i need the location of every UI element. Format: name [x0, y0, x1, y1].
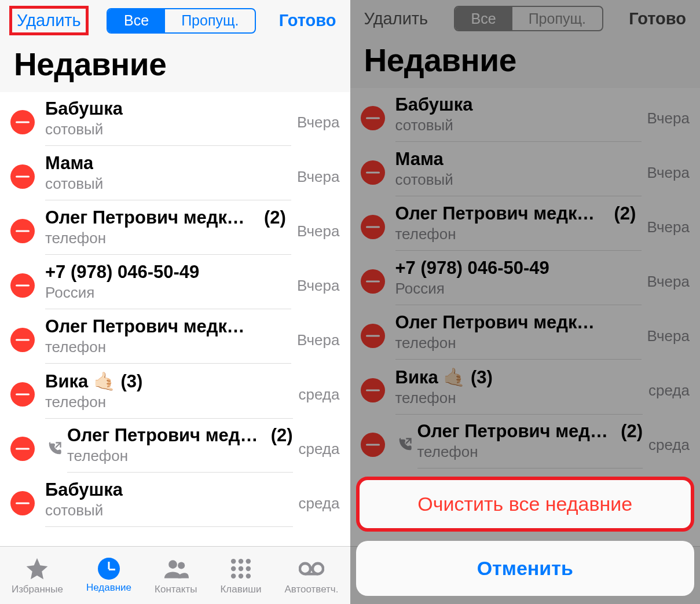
- call-row[interactable]: Олег Петрович медкомисс…телефонВчера: [350, 306, 701, 360]
- contact-name: Вика 🤙🏻 (3): [45, 371, 142, 392]
- delete-row-icon[interactable]: [361, 378, 385, 402]
- call-row[interactable]: Олег Петрович медком…(2)телефонсреда: [350, 415, 701, 469]
- delete-row-icon[interactable]: [361, 269, 385, 294]
- call-count: (2): [271, 425, 293, 446]
- row-main: Бабушкасотовый: [45, 98, 291, 146]
- call-row[interactable]: Олег Петрович медком…(2)телефонсреда: [0, 419, 350, 473]
- row-main: +7 (978) 046-50-49Россия: [395, 258, 642, 305]
- contact-name: Бабушка: [45, 98, 123, 119]
- call-time: Вчера: [647, 218, 690, 236]
- call-row[interactable]: МамасотовыйВчера: [350, 142, 701, 197]
- row-main: Вика 🤙🏻 (3)телефон: [395, 367, 643, 415]
- row-main: Олег Петрович медкомисс…телефон: [395, 312, 642, 360]
- contact-name: Олег Петрович медком…: [67, 425, 261, 446]
- delete-row-icon[interactable]: [10, 219, 35, 243]
- delete-row-icon[interactable]: [361, 215, 385, 239]
- call-row[interactable]: Олег Петрович медком…(2)телефонВчера: [0, 201, 350, 255]
- call-row[interactable]: Вика 🤙🏻 (3)телефонсреда: [0, 364, 350, 419]
- call-row[interactable]: БабушкасотовыйВчера: [350, 88, 701, 142]
- call-row[interactable]: +7 (978) 046-50-49РоссияВчера: [350, 251, 701, 306]
- svg-point-0: [168, 560, 177, 569]
- call-row[interactable]: Вика 🤙🏻 (3)телефонсреда: [350, 360, 701, 415]
- delete-button[interactable]: Удалить: [9, 6, 89, 35]
- svg-point-11: [300, 563, 310, 573]
- row-main: Олег Петрович медком…(2)телефон: [67, 425, 293, 473]
- contact-name: Олег Петрович медком…: [45, 207, 254, 228]
- row-main: Вика 🤙🏻 (3)телефон: [45, 371, 293, 419]
- segmented-control[interactable]: Все Пропущ.: [454, 6, 603, 31]
- tab-recents[interactable]: Недавние: [86, 558, 131, 594]
- page-title: Недавние: [0, 35, 350, 92]
- segment-all[interactable]: Все: [108, 9, 165, 32]
- svg-point-3: [239, 558, 243, 563]
- delete-row-icon[interactable]: [10, 164, 35, 189]
- call-type-label: телефон: [45, 338, 291, 356]
- contact-name: Мама: [395, 149, 444, 170]
- call-type-label: телефон: [395, 389, 643, 407]
- call-time: среда: [648, 436, 690, 454]
- call-time: Вчера: [647, 327, 690, 345]
- tab-label: Избранные: [12, 584, 63, 595]
- delete-row-icon[interactable]: [361, 433, 385, 457]
- call-time: Вчера: [297, 168, 339, 186]
- svg-point-8: [231, 573, 236, 578]
- svg-point-12: [313, 563, 323, 573]
- call-type-label: телефон: [395, 225, 642, 243]
- call-time: среда: [299, 386, 340, 404]
- call-row[interactable]: Олег Петрович медкомисс…телефонВчера: [0, 310, 350, 364]
- tab-voicemail[interactable]: Автоответч.: [284, 556, 338, 595]
- voicemail-icon: [299, 556, 324, 581]
- delete-row-icon[interactable]: [10, 382, 35, 407]
- segment-missed[interactable]: Пропущ.: [165, 9, 255, 32]
- clock-icon: [98, 558, 120, 580]
- delete-row-icon[interactable]: [361, 106, 385, 130]
- delete-row-icon[interactable]: [10, 491, 35, 515]
- contact-name: Мама: [45, 153, 93, 174]
- call-type-label: телефон: [45, 393, 293, 411]
- done-button[interactable]: Готово: [274, 9, 341, 32]
- delete-row-icon[interactable]: [10, 110, 35, 134]
- delete-row-icon[interactable]: [10, 273, 35, 298]
- delete-row-icon[interactable]: [361, 324, 385, 348]
- call-time: Вчера: [647, 164, 690, 182]
- call-count: (2): [621, 421, 643, 442]
- action-sheet: Очистить все недавние Отменить: [356, 477, 695, 596]
- done-button[interactable]: Готово: [624, 7, 691, 31]
- segment-missed[interactable]: Пропущ.: [512, 7, 602, 30]
- call-time: Вчера: [297, 114, 339, 131]
- page-title: Недавние: [350, 31, 701, 88]
- row-main: Олег Петрович медком…(2)телефон: [395, 203, 642, 251]
- clear-all-recents-button[interactable]: Очистить все недавние: [356, 477, 695, 532]
- call-type-label: телефон: [417, 443, 643, 461]
- delete-row-icon[interactable]: [10, 437, 35, 461]
- delete-button[interactable]: Удалить: [360, 7, 433, 31]
- call-row[interactable]: Бабушкасотовыйсреда: [0, 473, 350, 528]
- call-row[interactable]: Олег Петрович медком…(2)телефонВчера: [350, 197, 701, 251]
- delete-row-icon[interactable]: [361, 160, 385, 185]
- segmented-control[interactable]: Все Пропущ.: [107, 8, 256, 34]
- call-time: среда: [299, 495, 340, 513]
- outgoing-call-icon: [395, 435, 414, 454]
- tab-contacts[interactable]: Контакты: [155, 556, 197, 595]
- delete-row-icon[interactable]: [10, 328, 35, 352]
- call-type-label: сотовый: [45, 120, 291, 138]
- row-main: Бабушкасотовый: [45, 479, 293, 527]
- tab-label: Клавиши: [220, 584, 261, 595]
- call-count: (2): [264, 207, 286, 228]
- call-row[interactable]: МамасотовыйВчера: [0, 147, 350, 201]
- call-type-label: сотовый: [395, 116, 642, 134]
- svg-point-1: [178, 562, 185, 569]
- tab-label: Автоответч.: [284, 584, 338, 595]
- tab-favorites[interactable]: Избранные: [12, 556, 63, 595]
- call-row[interactable]: +7 (978) 046-50-49РоссияВчера: [0, 255, 350, 310]
- call-time: среда: [299, 440, 340, 458]
- call-row[interactable]: БабушкасотовыйВчера: [0, 92, 350, 147]
- svg-point-6: [239, 566, 243, 570]
- tabbar: Избранные Недавние Контакты Клавиши Авто…: [0, 546, 350, 604]
- tab-label: Недавние: [86, 582, 131, 594]
- segment-all[interactable]: Все: [455, 7, 512, 30]
- svg-point-9: [239, 573, 243, 578]
- cancel-button[interactable]: Отменить: [356, 541, 695, 596]
- pane-left: Удалить Все Пропущ. Готово Недавние Бабу…: [0, 0, 350, 604]
- tab-keypad[interactable]: Клавиши: [220, 556, 261, 595]
